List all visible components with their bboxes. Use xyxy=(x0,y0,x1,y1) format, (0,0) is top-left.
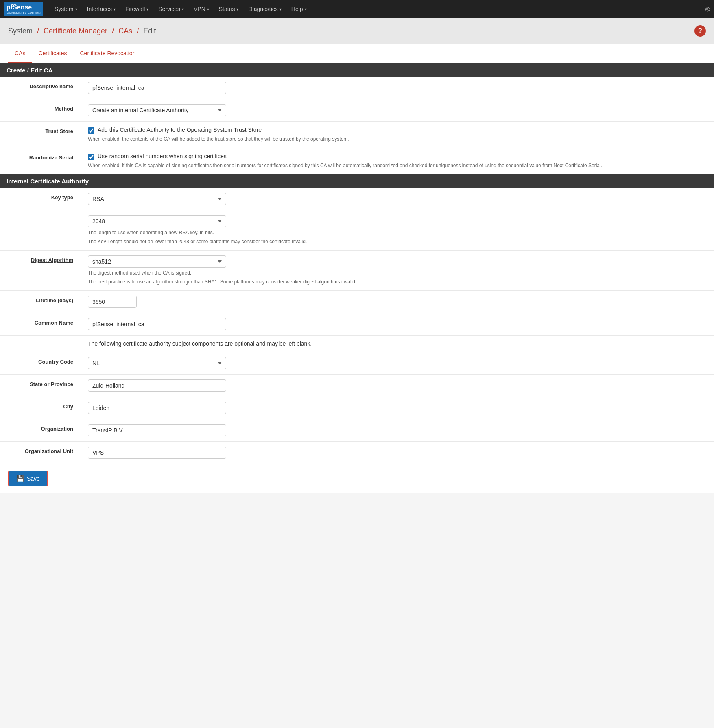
trust-store-help: When enabled, the contents of the CA wil… xyxy=(88,135,707,143)
tab-cert-revocation[interactable]: Certificate Revocation xyxy=(73,44,142,63)
trust-store-checkbox[interactable] xyxy=(88,127,94,134)
trust-store-checkbox-label: Add this Certificate Authority to the Op… xyxy=(98,126,262,133)
key-length-help-2: The Key Length should not be lower than … xyxy=(88,238,707,245)
breadcrumb-system: System xyxy=(8,27,33,35)
method-select[interactable]: Create an internal Certificate Authority… xyxy=(88,104,226,116)
breadcrumb-edit: Edit xyxy=(143,27,156,35)
trust-store-row: Add this Certificate Authority to the Op… xyxy=(88,126,707,134)
row-descriptive-name: Descriptive name xyxy=(0,77,714,99)
breadcrumb-cas[interactable]: CAs xyxy=(118,27,132,35)
lifetime-label[interactable]: Lifetime (days) xyxy=(36,297,73,303)
key-length-help-1: The length to use when generating a new … xyxy=(88,229,707,236)
optional-note-text: The following certificate authority subj… xyxy=(88,340,312,347)
state-label: State or Province xyxy=(30,381,73,387)
chevron-down-icon: ▾ xyxy=(305,7,307,11)
randomize-serial-row: Use random serial numbers when signing c… xyxy=(88,153,707,160)
key-length-select[interactable]: 512 1024 2048 4096 xyxy=(88,215,226,227)
country-code-label: Country Code xyxy=(38,359,73,365)
tab-cas[interactable]: CAs xyxy=(8,44,32,63)
help-icon[interactable]: ? xyxy=(694,25,706,37)
chevron-down-icon: ▾ xyxy=(182,7,184,11)
chevron-down-icon: ▾ xyxy=(114,7,116,11)
internal-ca-form: Key type RSA ECDSA 512 1024 2048 4096 Th… xyxy=(0,188,714,464)
randomize-serial-checkbox[interactable] xyxy=(88,154,94,160)
save-button-label: Save xyxy=(27,475,40,482)
row-country-code: Country Code NL US DE FR GB xyxy=(0,352,714,375)
common-name-label[interactable]: Common Name xyxy=(35,320,73,326)
key-type-label[interactable]: Key type xyxy=(51,194,73,201)
digest-algorithm-label[interactable]: Digest Algorithm xyxy=(31,257,73,263)
chevron-down-icon: ▾ xyxy=(146,7,148,11)
row-common-name: Common Name xyxy=(0,313,714,336)
organization-label: Organization xyxy=(41,426,73,432)
row-optional-note: The following certificate authority subj… xyxy=(0,336,714,352)
descriptive-name-label[interactable]: Descriptive name xyxy=(29,83,73,89)
page-content: Create / Edit CA Descriptive name Method… xyxy=(0,63,714,493)
org-unit-label: Organizational Unit xyxy=(25,448,73,454)
breadcrumb-cert-manager[interactable]: Certificate Manager xyxy=(44,27,107,35)
row-randomize-serial: Randomize Serial Use random serial numbe… xyxy=(0,148,714,174)
digest-algorithm-help-2: The best practice is to use an algorithm… xyxy=(88,278,707,286)
logout-icon[interactable]: ⎋ xyxy=(705,5,710,13)
common-name-input[interactable] xyxy=(88,318,226,330)
key-type-select[interactable]: RSA ECDSA xyxy=(88,193,226,205)
row-key-length: 512 1024 2048 4096 The length to use whe… xyxy=(0,210,714,251)
nav-right: ⎋ xyxy=(705,5,710,13)
city-input[interactable] xyxy=(88,402,226,414)
row-key-type: Key type RSA ECDSA xyxy=(0,188,714,210)
nav-help[interactable]: Help ▾ xyxy=(286,0,312,18)
randomize-serial-checkbox-label: Use random serial numbers when signing c… xyxy=(98,153,227,159)
row-digest-algorithm: Digest Algorithm sha1 sha224 sha256 sha3… xyxy=(0,251,714,291)
create-edit-ca-form: Descriptive name Method Create an intern… xyxy=(0,77,714,174)
digest-algorithm-select[interactable]: sha1 sha224 sha256 sha384 sha512 xyxy=(88,255,226,268)
breadcrumb-sep: / xyxy=(37,27,41,35)
tab-certificates[interactable]: Certificates xyxy=(32,44,73,63)
navbar: pfSense COMMUNITY EDITION System ▾ Inter… xyxy=(0,0,714,18)
button-row: 💾 Save xyxy=(0,464,714,493)
nav-status[interactable]: Status ▾ xyxy=(214,0,244,18)
method-label: Method xyxy=(55,106,73,112)
nav-vpn[interactable]: VPN ▾ xyxy=(189,0,214,18)
chevron-down-icon: ▾ xyxy=(236,7,238,11)
nav-interfaces[interactable]: Interfaces ▾ xyxy=(82,0,120,18)
brand-logo[interactable]: pfSense COMMUNITY EDITION xyxy=(4,2,43,17)
city-label: City xyxy=(63,403,73,410)
org-unit-input[interactable] xyxy=(88,447,226,459)
brand-edition: COMMUNITY EDITION xyxy=(7,11,41,15)
lifetime-input[interactable] xyxy=(88,296,137,308)
nav-diagnostics[interactable]: Diagnostics ▾ xyxy=(243,0,286,18)
chevron-down-icon: ▾ xyxy=(279,7,282,11)
randomize-serial-help: When enabled, if this CA is capable of s… xyxy=(88,162,707,169)
save-button[interactable]: 💾 Save xyxy=(8,471,48,486)
organization-input[interactable] xyxy=(88,424,226,436)
row-organization: Organization xyxy=(0,419,714,442)
nav-system[interactable]: System ▾ xyxy=(50,0,82,18)
trust-store-label: Trust Store xyxy=(45,128,73,134)
nav-items: System ▾ Interfaces ▾ Firewall ▾ Service… xyxy=(50,0,705,18)
breadcrumb-sep2: / xyxy=(112,27,116,35)
row-org-unit: Organizational Unit xyxy=(0,442,714,464)
row-method: Method Create an internal Certificate Au… xyxy=(0,99,714,122)
descriptive-name-input[interactable] xyxy=(88,82,226,94)
brand-name: pfSense xyxy=(7,3,41,11)
breadcrumb-bar: System / Certificate Manager / CAs / Edi… xyxy=(0,18,714,44)
digest-algorithm-help-1: The digest method used when the CA is si… xyxy=(88,269,707,277)
breadcrumb: System / Certificate Manager / CAs / Edi… xyxy=(8,27,156,35)
tabs: CAs Certificates Certificate Revocation xyxy=(0,44,714,63)
breadcrumb-sep3: / xyxy=(137,27,141,35)
chevron-down-icon: ▾ xyxy=(207,7,209,11)
row-trust-store: Trust Store Add this Certificate Authori… xyxy=(0,122,714,148)
chevron-down-icon: ▾ xyxy=(75,7,77,11)
nav-services[interactable]: Services ▾ xyxy=(153,0,189,18)
section-create-edit-ca: Create / Edit CA xyxy=(0,63,714,77)
row-state: State or Province xyxy=(0,375,714,397)
row-lifetime: Lifetime (days) xyxy=(0,291,714,313)
section-internal-ca: Internal Certificate Authority xyxy=(0,174,714,188)
save-icon: 💾 xyxy=(16,475,24,482)
row-city: City xyxy=(0,397,714,419)
randomize-serial-label: Randomize Serial xyxy=(29,155,73,161)
nav-firewall[interactable]: Firewall ▾ xyxy=(120,0,153,18)
country-code-select[interactable]: NL US DE FR GB xyxy=(88,357,226,369)
state-input[interactable] xyxy=(88,379,226,392)
